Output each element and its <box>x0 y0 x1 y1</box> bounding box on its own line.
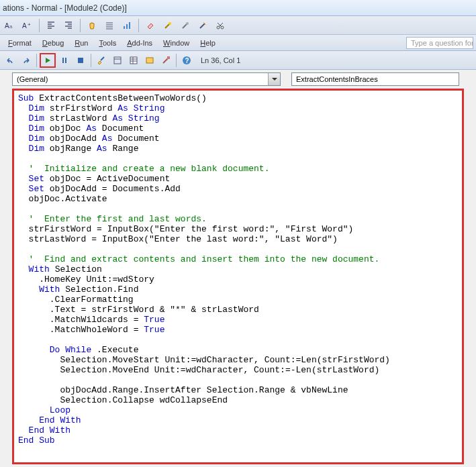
code-dropdowns: (General) ExtractContentsInBraces <box>0 70 476 89</box>
object-dropdown[interactable]: (General) <box>12 72 281 86</box>
eraser-icon[interactable] <box>143 18 158 33</box>
code-highlight-border: Sub ExtractContentsBetweenTwoWords() Dim… <box>12 89 464 464</box>
help-search-input[interactable]: Type a question for h <box>406 37 473 49</box>
svg-rect-14 <box>114 57 121 64</box>
procedure-dropdown-value: ExtractContentsInBraces <box>292 75 459 83</box>
aplus-icon[interactable]: A+ <box>20 18 35 33</box>
menu-addins[interactable]: Add-Ins <box>122 37 158 49</box>
design-mode-icon[interactable] <box>94 53 109 68</box>
menu-tools[interactable]: Tools <box>94 37 122 49</box>
svg-text:+: + <box>28 21 31 28</box>
scissors-icon[interactable] <box>213 18 228 33</box>
format-toolbar: Aa A+ <box>0 16 476 35</box>
svg-rect-5 <box>126 24 128 29</box>
svg-rect-17 <box>167 56 170 59</box>
cursor-position: Ln 36, Col 1 <box>201 56 240 64</box>
stop-icon[interactable] <box>73 53 88 68</box>
object-dropdown-value: (General) <box>13 75 268 83</box>
svg-rect-12 <box>65 58 66 63</box>
code-editor[interactable]: Sub ExtractContentsBetweenTwoWords() Dim… <box>14 91 462 462</box>
chevron-down-icon[interactable] <box>268 73 280 85</box>
wand2-icon[interactable] <box>178 18 193 33</box>
svg-text:?: ? <box>185 57 189 64</box>
procedure-dropdown[interactable]: ExtractContentsInBraces <box>291 72 459 86</box>
svg-rect-4 <box>124 26 125 29</box>
titlebar: ations - Normal - [Module2 (Code)] <box>0 0 476 16</box>
run-button[interactable] <box>40 53 56 68</box>
aa-icon[interactable]: Aa <box>3 18 17 33</box>
indent-left-icon[interactable] <box>44 18 58 33</box>
svg-text:a: a <box>9 23 13 30</box>
chart-icon[interactable] <box>120 18 134 33</box>
svg-rect-6 <box>129 22 130 29</box>
window-title: ations - Normal - [Module2 (Code)] <box>3 3 127 13</box>
svg-rect-13 <box>78 58 83 63</box>
menu-debug[interactable]: Debug <box>37 37 69 49</box>
svg-text:A: A <box>5 22 9 30</box>
svg-rect-15 <box>130 57 137 64</box>
redo-icon[interactable] <box>19 53 34 68</box>
indent-right-icon[interactable] <box>61 18 76 33</box>
undo-icon[interactable] <box>3 53 17 68</box>
object-browser-icon[interactable] <box>142 53 157 68</box>
svg-text:A: A <box>22 22 27 30</box>
lines-icon[interactable] <box>102 18 117 33</box>
pause-icon[interactable] <box>57 53 72 68</box>
help-icon[interactable]: ? <box>179 53 194 68</box>
menubar: Format Debug Run Tools Add-Ins Window He… <box>0 35 476 51</box>
wand-icon[interactable] <box>160 18 175 33</box>
svg-rect-16 <box>146 58 153 63</box>
menu-run[interactable]: Run <box>69 37 93 49</box>
menu-help[interactable]: Help <box>195 37 221 49</box>
project-explorer-icon[interactable] <box>110 53 125 68</box>
properties-icon[interactable] <box>126 53 141 68</box>
svg-point-7 <box>169 22 171 25</box>
menu-window[interactable]: Window <box>158 37 195 49</box>
svg-point-8 <box>186 22 189 25</box>
standard-toolbar: ? Ln 36, Col 1 <box>0 51 476 70</box>
hand-icon[interactable] <box>85 18 99 33</box>
wand3-icon[interactable] <box>195 18 210 33</box>
toolbox-icon[interactable] <box>158 53 173 68</box>
svg-rect-11 <box>62 58 64 63</box>
menu-format[interactable]: Format <box>3 37 37 49</box>
